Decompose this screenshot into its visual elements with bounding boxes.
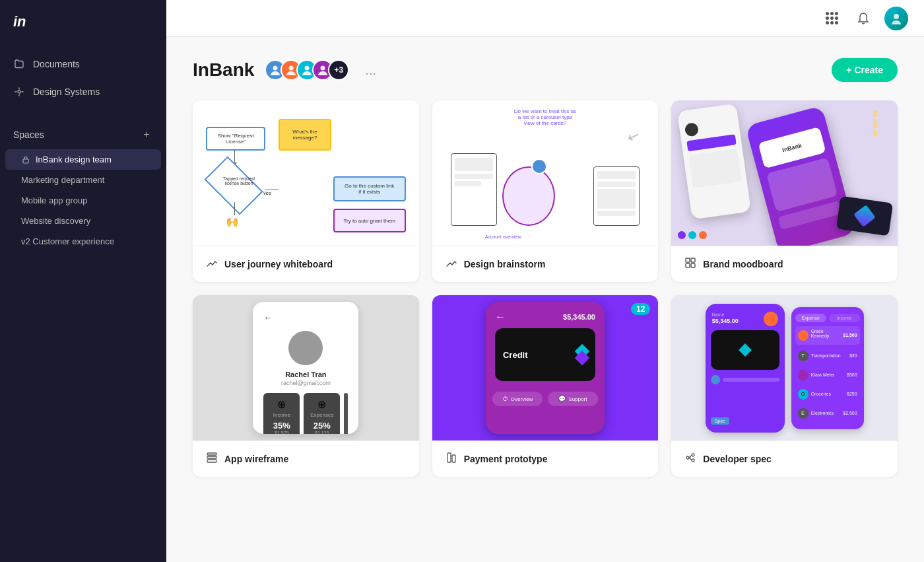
card-user-journey-label: User journey whiteboard (224, 259, 333, 269)
ds-phone-right: Expense Income Grace Kennedy ... (791, 307, 864, 429)
project-avatars: +3 (265, 59, 349, 81)
sidebar-v2-label: v2 Customer experience (21, 236, 114, 246)
avatar-count: +3 (328, 59, 349, 81)
db-caption: Account overview (485, 234, 521, 239)
sidebar-item-documents-label: Documents (33, 59, 80, 69)
lock-icon (21, 155, 30, 164)
moodboard-icon (684, 257, 696, 271)
pp-header: ← $5,345.00 (486, 302, 605, 328)
sidebar-website-label: Website discovery (21, 216, 90, 226)
wb-box-1: Show "RequestLicense" (206, 127, 265, 151)
wb-arrow-right (265, 190, 279, 190)
wb-yes-label: Yes (263, 190, 271, 196)
card-app-wireframe-label: App wireframe (224, 454, 288, 464)
project-more-button[interactable]: ... (360, 63, 381, 78)
aw-stats: ⊕ Income 35% $1,575 ⊕ Expenses 25% $1,12… (263, 393, 348, 434)
aw-back-arrow: ← (263, 312, 348, 323)
svg-rect-1 (23, 159, 28, 163)
pp-diamond-icon (577, 346, 587, 363)
spaces-label: Spaces (13, 129, 44, 140)
pp-phone: ← $5,345.00 Credit (486, 302, 605, 434)
card-brand-moodboard-preview: InBank $5,345.00 (671, 100, 898, 246)
sidebar-inbank-label: InBank design team (36, 155, 112, 164)
sidebar-item-design-systems[interactable]: Design Systems (0, 78, 166, 106)
card-app-wireframe[interactable]: ← Rachel Tran rachel@gmail.com ⊕ Income … (193, 295, 419, 477)
wb-box-2: What's themessage? (279, 119, 331, 151)
card-app-wireframe-footer: App wireframe (193, 440, 419, 477)
grid-icon[interactable] (821, 8, 842, 29)
bm-color-dots (678, 231, 707, 239)
cards-grid: Show "RequestLicense" What's themessage?… (193, 100, 898, 477)
card-design-brainstorm-footer: Design brainstorm (432, 246, 659, 282)
sidebar-item-documents[interactable]: Documents (0, 50, 166, 78)
sidebar-item-mobile[interactable]: Mobile app group (0, 190, 166, 211)
db-wireframe-3 (593, 166, 640, 226)
pp-nav-support: 💬 Support (548, 392, 598, 406)
card-design-brainstorm-label: Design brainstorm (464, 259, 546, 269)
svg-rect-7 (686, 258, 690, 262)
card-developer-spec[interactable]: Name$5,345.00 Spec (671, 295, 898, 477)
wb-arrow-down1 (234, 151, 235, 164)
spec-icon (684, 452, 696, 466)
create-button[interactable]: + Create (832, 58, 898, 82)
ds-right-item-3: Klara Meier $500 (795, 367, 860, 383)
sidebar-nav: Documents Design Systems (0, 44, 166, 112)
sidebar-item-marketing[interactable]: Marketing department (0, 170, 166, 190)
sidebar-item-inbank[interactable]: InBank design team (5, 149, 161, 170)
svg-rect-12 (207, 456, 216, 458)
ds-spec-badge: Spec (711, 417, 729, 425)
card-user-journey-footer: User journey whiteboard (193, 246, 419, 282)
db-wireframe-1 (451, 153, 497, 226)
topbar (166, 0, 924, 37)
ds-right-item-4: G Groceries $250 (795, 386, 860, 402)
svg-point-3 (273, 66, 278, 71)
card-user-journey[interactable]: Show "RequestLicense" What's themessage?… (193, 100, 419, 282)
bell-icon[interactable] (853, 8, 874, 29)
aw-income-card: ⊕ Income 35% $1,575 (263, 393, 300, 434)
db-avatar-circle (531, 158, 547, 174)
card-payment-prototype[interactable]: 12 ← $5,345.00 Credit (432, 295, 659, 477)
ds-phone-left: Name$5,345.00 Spec (706, 304, 785, 433)
card-developer-spec-preview: Name$5,345.00 Spec (671, 295, 898, 440)
logo: in (0, 0, 166, 44)
card-developer-spec-footer: Developer spec (671, 440, 898, 477)
card-design-brainstorm-preview: Do we want to treat this asa list or a c… (432, 100, 659, 246)
wb-box-4: Try to auto grant them (333, 209, 406, 232)
sidebar-item-v2[interactable]: v2 Customer experience (0, 231, 166, 252)
svg-point-2 (894, 14, 899, 19)
prototype-badge: 12 (631, 303, 650, 315)
content-area: InBank (166, 37, 924, 562)
folder-icon (13, 58, 25, 70)
card-developer-spec-label: Developer spec (703, 454, 772, 464)
ds-right-list: Grace Kennedy ... $1,500 T Transportatio… (791, 326, 864, 421)
ds-tabs: Expense Income (795, 314, 860, 322)
sidebar-item-website[interactable]: Website discovery (0, 211, 166, 231)
project-header: InBank (193, 58, 898, 82)
spaces-add-button[interactable]: + (140, 128, 153, 141)
ds-left-header: Name$5,345.00 (706, 304, 785, 330)
sidebar-marketing-label: Marketing department (21, 175, 104, 185)
card-design-brainstorm[interactable]: Do we want to treat this asa list or a c… (432, 100, 659, 282)
sidebar-item-design-systems-label: Design Systems (33, 87, 100, 97)
pp-nav-overview: ⏱ Overview (492, 392, 543, 406)
svg-point-18 (692, 459, 694, 462)
user-avatar[interactable] (884, 7, 908, 30)
card-payment-prototype-label: Payment prototype (464, 454, 548, 464)
brainstorm-icon (446, 257, 457, 271)
spaces-list: InBank design team Marketing department … (0, 147, 166, 254)
ds-avatar-sm (764, 312, 778, 326)
svg-rect-14 (447, 453, 451, 462)
db-arrow-icon: ↙ (625, 127, 642, 147)
bm-amount: $5,345.00 (872, 110, 878, 137)
card-brand-moodboard-label: Brand moodboard (703, 259, 783, 269)
project-title: InBank (193, 59, 254, 81)
ds-right-item-2: T Transportation $30 (795, 348, 860, 364)
sidebar: in Documents Design Systems Spaces + (0, 0, 166, 562)
svg-point-5 (305, 66, 310, 71)
card-brand-moodboard[interactable]: InBank $5,345.00 (671, 100, 898, 282)
svg-rect-8 (691, 258, 695, 262)
wb-box-3: Go to the custom linkif it exists (333, 176, 406, 201)
wb-emoji: 🙌 (226, 215, 239, 228)
svg-point-0 (18, 90, 20, 93)
wb-diamond (204, 156, 263, 215)
